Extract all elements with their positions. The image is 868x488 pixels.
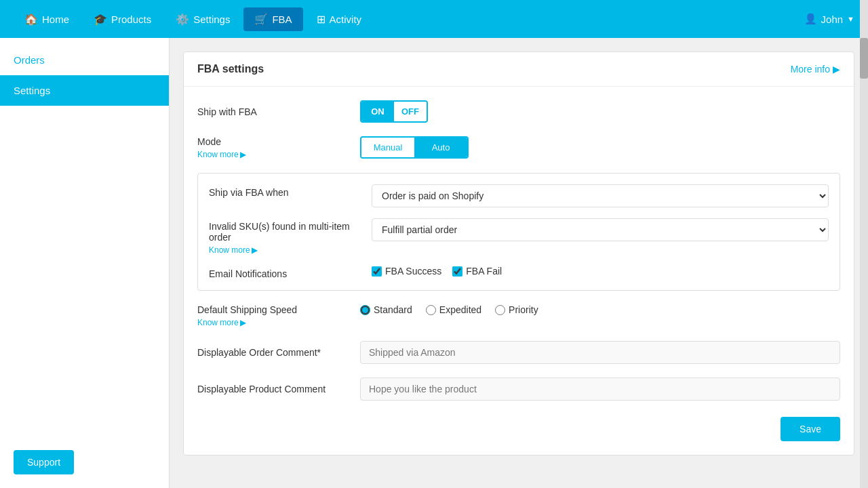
expedited-radio[interactable] [426,305,436,315]
ship-via-fba-label: Ship via FBA when [209,184,358,198]
know-more-arrow-icon: ▶ [240,150,246,159]
main-content: FBA settings More info ▶ Ship with FBA O… [170,38,868,488]
order-comment-control [360,341,840,364]
fba-fail-checkbox-item[interactable]: FBA Fail [452,266,502,277]
ship-with-fba-control: ON OFF [360,100,840,123]
fba-cart-icon: 🛒 [254,13,268,26]
order-comment-row: Displayable Order Comment* [197,341,840,364]
save-button[interactable]: Save [781,417,840,441]
shipping-speed-row: Default Shipping Speed Know more ▶ Stand… [197,304,840,327]
mode-know-more-link[interactable]: Know more ▶ [197,150,246,159]
shipping-speed-radio-group: Standard Expedited Priority [360,304,840,315]
email-notifications-label: Email Notifications [209,266,358,279]
nav-item-settings[interactable]: ⚙️ Settings [165,7,241,31]
ship-via-fba-row: Ship via FBA when Order is paid on Shopi… [209,184,829,207]
product-comment-input[interactable] [360,378,840,401]
product-comment-label: Displayable Product Comment [197,384,347,394]
fba-success-checkbox-item[interactable]: FBA Success [372,266,441,277]
order-comment-input[interactable] [360,341,840,364]
ship-via-fba-select[interactable]: Order is paid on Shopify Order is create… [372,184,829,207]
home-icon: 🏠 [24,13,38,26]
ship-with-fba-row: Ship with FBA ON OFF [197,100,840,123]
more-info-arrow-icon: ▶ [833,64,840,75]
main-layout: Orders Settings FBA settings More info ▶… [0,38,868,488]
mode-row: Mode Know more ▶ Manual Auto [197,136,840,159]
user-chevron-icon: ▼ [847,15,854,23]
invalid-sku-label: Invalid SKU(s) found in multi-item order… [209,218,358,255]
mode-control: Manual Auto [360,136,840,159]
expedited-radio-item[interactable]: Expedited [426,304,481,315]
nav-item-products[interactable]: 🎓 Products [83,7,162,31]
sidebar-item-settings[interactable]: Settings [0,75,169,106]
scrollbar-thumb[interactable] [860,38,868,79]
fba-success-label: FBA Success [385,266,441,277]
nav-products-label: Products [111,14,151,25]
more-info-link[interactable]: More info ▶ [791,64,840,75]
checkbox-group: FBA Success FBA Fail [372,266,829,277]
activity-icon: ⊞ [317,13,326,26]
ship-via-fba-control: Order is paid on Shopify Order is create… [372,184,829,207]
toggle-on-button[interactable]: ON [361,102,394,121]
ship-with-fba-toggle: ON OFF [360,100,428,123]
products-icon: 🎓 [94,13,107,26]
top-nav: 🏠 Home 🎓 Products ⚙️ Settings 🛒 FBA ⊞ Ac… [0,0,868,38]
email-notifications-control: FBA Success FBA Fail [372,266,829,277]
nav-item-fba[interactable]: 🛒 FBA [243,7,302,31]
mode-toggle: Manual Auto [360,136,469,159]
standard-radio-item[interactable]: Standard [360,304,412,315]
shipping-speed-control: Standard Expedited Priority [360,304,840,315]
standard-label: Standard [374,304,412,315]
nav-home-label: Home [42,14,69,25]
sidebar-item-orders[interactable]: Orders [0,45,169,75]
save-row: Save [197,414,840,441]
invalid-sku-know-more-link[interactable]: Know more ▶ [209,245,258,255]
card-header: FBA settings More info ▶ [184,52,854,87]
priority-label: Priority [509,304,538,315]
priority-radio-item[interactable]: Priority [495,304,538,315]
nav-settings-label: Settings [193,14,230,25]
mode-auto-button[interactable]: Auto [414,138,467,157]
scrollbar[interactable] [860,0,868,488]
nav-items: 🏠 Home 🎓 Products ⚙️ Settings 🛒 FBA ⊞ Ac… [14,7,804,31]
fba-success-checkbox[interactable] [372,266,382,277]
invalid-sku-select[interactable]: Fulfill partial order Cancel entire orde… [372,218,829,241]
invalid-sku-arrow-icon: ▶ [252,245,258,255]
invalid-sku-row: Invalid SKU(s) found in multi-item order… [209,218,829,255]
fba-fail-label: FBA Fail [466,266,502,277]
user-name: John [821,14,844,25]
settings-icon: ⚙️ [176,13,189,26]
expedited-label: Expedited [439,304,481,315]
inner-settings-box: Ship via FBA when Order is paid on Shopi… [197,173,840,291]
shipping-speed-know-more-link[interactable]: Know more ▶ [197,318,246,327]
priority-radio[interactable] [495,305,505,315]
fba-fail-checkbox[interactable] [452,266,462,277]
order-comment-label: Displayable Order Comment* [197,347,347,358]
email-notifications-row: Email Notifications FBA Success FBA Fail [209,266,829,279]
product-comment-control [360,378,840,401]
mode-manual-button[interactable]: Manual [361,138,414,157]
support-button[interactable]: Support [14,450,74,474]
sidebar: Orders Settings [0,38,170,488]
product-comment-row: Displayable Product Comment [197,378,840,401]
mode-label: Mode Know more ▶ [197,136,347,159]
settings-card: FBA settings More info ▶ Ship with FBA O… [183,52,854,455]
user-menu[interactable]: 👤 John ▼ [804,13,854,25]
shipping-speed-label: Default Shipping Speed Know more ▶ [197,304,347,327]
toggle-off-button[interactable]: OFF [394,102,427,121]
user-icon: 👤 [804,13,817,25]
card-body: Ship with FBA ON OFF Mode Know more [184,87,854,455]
nav-item-home[interactable]: 🏠 Home [14,7,80,31]
card-title: FBA settings [197,63,264,75]
nav-item-activity[interactable]: ⊞ Activity [306,7,373,31]
invalid-sku-control: Fulfill partial order Cancel entire orde… [372,218,829,241]
standard-radio[interactable] [360,305,370,315]
nav-fba-label: FBA [272,14,292,25]
shipping-speed-arrow-icon: ▶ [240,318,246,327]
more-info-text: More info [791,64,830,75]
nav-activity-label: Activity [330,14,362,25]
ship-with-fba-label: Ship with FBA [197,106,347,117]
